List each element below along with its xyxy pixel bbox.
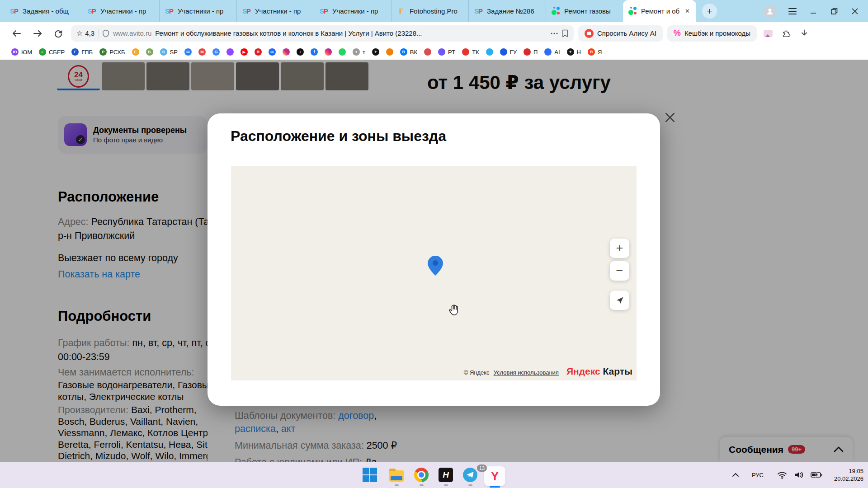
bookmark-r-site[interactable]: R <box>255 48 262 56</box>
more-options-icon[interactable] <box>550 32 558 35</box>
bookmark-instagram[interactable] <box>283 48 290 56</box>
browser-chrome: ☆4,3 www.avito.ru Ремонт и обслуживание … <box>1 22 867 60</box>
bookmark-РТ[interactable]: РТ <box>438 48 455 56</box>
browser-tab-8[interactable]: Ремонт газовы <box>546 0 623 22</box>
minimize-button[interactable] <box>808 6 818 16</box>
tab-close-button[interactable]: ✕ <box>684 8 691 14</box>
bookmark-ok[interactable] <box>386 48 393 56</box>
bookmark-tiktok[interactable]: ♪ <box>297 48 304 56</box>
bookmark-dots[interactable] <box>424 48 431 56</box>
volume-icon[interactable] <box>794 471 804 479</box>
bookmark-РСХБ[interactable]: РРСХБ <box>99 48 125 56</box>
bookmark-twitch[interactable] <box>226 48 234 56</box>
map-zoom-out-button[interactable]: − <box>610 261 629 281</box>
yandex-map[interactable]: + − © Яндекс Условия использования Яндек… <box>231 166 637 380</box>
close-window-button[interactable] <box>850 6 860 16</box>
bookmark-ВК[interactable]: ВВК <box>400 48 417 56</box>
bookmark-ГПБ[interactable]: ГГПБ <box>71 48 93 56</box>
new-tab-button[interactable]: + <box>702 4 717 19</box>
back-button[interactable] <box>9 25 25 42</box>
desktop-screen: SPЗадания - общSPУчастники - прSPУчастни… <box>0 0 868 488</box>
bookmark-youtube[interactable]: ▶ <box>241 48 248 56</box>
forward-button[interactable] <box>29 25 46 42</box>
sp-favicon: SP <box>10 7 19 15</box>
chrome-button[interactable] <box>413 467 429 483</box>
browser-tab-5[interactable]: SPУчастники - пр <box>314 0 391 22</box>
bookmark-mail-blue[interactable]: ✉ <box>184 48 192 56</box>
downloads-button[interactable] <box>797 27 811 40</box>
yandex-maps-logo[interactable]: Яндекс Карты <box>566 366 632 377</box>
close-icon <box>851 8 859 15</box>
map-terms-link[interactable]: Условия использования <box>494 369 559 376</box>
bookmark-ЮМ[interactable]: ЮЮМ <box>11 48 32 56</box>
extensions-button[interactable] <box>779 27 793 40</box>
bookmark-favicon: т <box>353 48 360 56</box>
bookmark-swirl[interactable] <box>486 48 493 56</box>
bookmark-label: AI <box>554 49 560 56</box>
bookmark-plus-black[interactable]: + <box>372 48 379 56</box>
browser-tab-9[interactable]: Ремонт и об✕ <box>623 0 696 22</box>
bookmark-facebook[interactable]: f <box>311 48 318 56</box>
bookmark-green-site[interactable]: Б <box>146 48 153 56</box>
address-bar[interactable]: ☆4,3 www.avito.ru Ремонт и обслуживание … <box>71 25 574 42</box>
bookmark-Н[interactable]: +Н <box>567 48 581 56</box>
browser-tab-7[interactable]: SPЗадание №286 <box>468 0 546 22</box>
bookmark-favicon <box>544 48 552 56</box>
site-security-shield-icon[interactable] <box>102 29 109 38</box>
tab-title: Участники - пр <box>332 7 386 15</box>
url-domain[interactable]: www.avito.ru <box>113 29 151 37</box>
browser-tab-2[interactable]: SPУчастники - пр <box>82 0 159 22</box>
bookmark-AI[interactable]: AI <box>544 48 560 56</box>
ask-alice-button[interactable]: Спросить Алису AI <box>578 25 663 42</box>
hidden-icons-button[interactable] <box>732 473 739 477</box>
h-app-button[interactable]: H <box>438 467 454 483</box>
bookmark-favicon <box>424 48 431 56</box>
url-page-title[interactable]: Ремонт и обслуживание газовых котлов и к… <box>155 29 547 37</box>
browser-menu-button[interactable] <box>788 6 797 16</box>
battery-icon[interactable] <box>811 472 822 478</box>
bookmark-favicon: G <box>212 48 220 56</box>
bookmark-П[interactable]: П <box>524 48 538 56</box>
keyboard-language[interactable]: РУС <box>752 472 764 479</box>
divider <box>98 29 99 38</box>
browser-tab-1[interactable]: SPЗадания - общ <box>5 0 82 22</box>
bookmark-mail[interactable]: ✉ <box>269 48 276 56</box>
bookmark-gmail[interactable]: M <box>198 48 206 56</box>
screenshot-tool-button[interactable] <box>761 27 775 40</box>
map-zoom-in-button[interactable]: + <box>610 239 629 258</box>
bookmark-fotohosting[interactable]: F <box>132 48 139 56</box>
map-pin-icon[interactable] <box>427 255 443 278</box>
browser-tab-4[interactable]: SPУчастники - пр <box>236 0 314 22</box>
taskbar-clock[interactable]: 19:05 20.02.2026 <box>834 467 863 483</box>
bookmark-google[interactable]: G <box>212 48 220 56</box>
bookmark-Я[interactable]: ЯЯ <box>588 48 602 56</box>
start-button[interactable] <box>362 467 378 483</box>
modal-close-button[interactable] <box>663 110 677 125</box>
wifi-icon[interactable] <box>777 471 787 479</box>
profile-avatar[interactable] <box>763 5 777 18</box>
file-explorer-button[interactable] <box>388 467 405 483</box>
windows-logo-icon <box>363 468 377 482</box>
bookmark-ТК[interactable]: ТК <box>462 48 479 56</box>
bookmark-СБЕР[interactable]: ✓СБЕР <box>39 48 65 56</box>
tab-strip: SPЗадания - общSPУчастники - прSPУчастни… <box>5 0 696 22</box>
browser-tab-3[interactable]: SPУчастники - пр <box>159 0 236 22</box>
bookmark-flag-icon[interactable] <box>562 29 568 38</box>
cashback-button[interactable]: % Кешбэк и промокоды <box>667 25 757 42</box>
chrome-icon <box>414 468 429 482</box>
bookmark-instagram-2[interactable] <box>325 48 332 56</box>
bookmark-ГУ[interactable]: ГУ <box>500 48 517 56</box>
bookmark-т[interactable]: тт <box>353 48 365 56</box>
bookmark-favicon <box>339 48 346 56</box>
map-geolocate-button[interactable] <box>610 291 629 310</box>
bookmark-SP[interactable]: SSP <box>160 48 178 56</box>
telegram-button[interactable] <box>462 467 478 483</box>
bookmark-whatsapp[interactable] <box>339 48 346 56</box>
restore-button[interactable] <box>829 6 839 16</box>
site-rating[interactable]: ☆4,3 <box>76 29 94 38</box>
bookmark-label: П <box>533 49 538 56</box>
reload-button[interactable] <box>50 25 66 42</box>
browser-tab-6[interactable]: FFotohosting.Pro <box>391 0 468 22</box>
yandex-browser-button[interactable]: Y <box>484 466 505 486</box>
bookmark-favicon <box>500 48 507 56</box>
